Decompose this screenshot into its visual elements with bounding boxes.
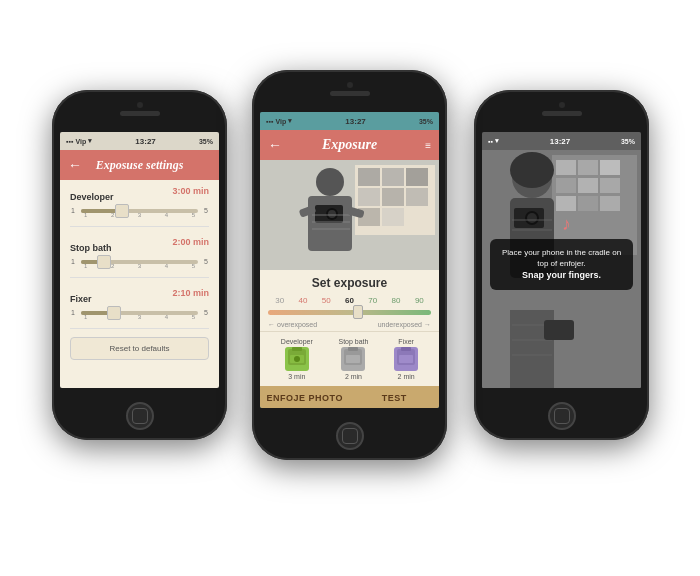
reset-button[interactable]: Reset to defaults xyxy=(70,337,209,360)
exp-30: 30 xyxy=(275,296,284,305)
sn3: 3 xyxy=(138,263,141,269)
exposure-slider-track[interactable] xyxy=(268,310,431,315)
chemical-developer: Developer 3 min xyxy=(281,338,313,380)
battery-right: 35% xyxy=(621,138,635,145)
svg-rect-55 xyxy=(544,320,574,340)
fn3: 3 xyxy=(138,314,141,320)
settings-icon-center[interactable]: ≡ xyxy=(425,140,431,151)
sn1: 1 xyxy=(84,263,87,269)
fx-num1: 1 xyxy=(70,309,76,316)
carrier-center: Vip xyxy=(275,118,286,125)
status-left-left: ▪▪▪ Vip ▾ xyxy=(66,137,92,145)
home-button-left[interactable] xyxy=(126,402,154,430)
chemical-fixer-icon xyxy=(394,347,418,371)
svg-rect-6 xyxy=(382,188,404,206)
screen-center: ▪▪▪ Vip ▾ 13:27 35% ← Exposure ≡ xyxy=(260,112,439,408)
battery-center: 35% xyxy=(419,118,433,125)
svg-point-10 xyxy=(316,168,344,196)
home-button-center[interactable] xyxy=(336,422,364,450)
chemical-stopbath-icon xyxy=(341,347,365,371)
photo-area xyxy=(260,160,439,270)
wifi-right: ▾ xyxy=(495,137,499,145)
developer-track[interactable] xyxy=(81,209,198,213)
fn1: 1 xyxy=(84,314,87,320)
signal-right: ▪▪ xyxy=(488,138,493,145)
status-bar-left: ▪▪▪ Vip ▾ 13:27 35% xyxy=(60,132,219,150)
back-icon-left[interactable]: ← xyxy=(68,157,82,173)
svg-rect-36 xyxy=(578,178,598,193)
stopbath-track[interactable] xyxy=(81,260,198,264)
header-left: ← Exposuse settings xyxy=(60,150,219,180)
home-button-right[interactable] xyxy=(548,402,576,430)
svg-rect-28 xyxy=(401,347,411,351)
tooltip-text: Place your phone in the cradle on top of… xyxy=(500,247,623,269)
exp-50: 50 xyxy=(322,296,331,305)
phone-top-left xyxy=(120,102,160,116)
developer-header: Developer 3:00 min xyxy=(70,186,209,204)
battery-left: 35% xyxy=(199,138,213,145)
stopbath-thumb[interactable] xyxy=(97,255,111,269)
overexposed-label: ← overexposed xyxy=(268,321,317,328)
enfoje-photo-btn[interactable]: ENFOJE PHOTO xyxy=(260,386,350,408)
developer-label: Developer xyxy=(70,192,114,202)
dn5: 5 xyxy=(192,212,195,218)
right-photo-area: ♪ Place your phone in the cradle on top … xyxy=(482,150,641,310)
chemical-developer-time: 3 min xyxy=(288,373,305,380)
phone-center: ▪▪▪ Vip ▾ 13:27 35% ← Exposure ≡ xyxy=(252,70,447,460)
section-developer: Developer 3:00 min 1 5 1 2 3 xyxy=(60,180,219,222)
phone-right: ▪▪ ▾ 13:27 35% xyxy=(474,90,649,440)
photo-svg xyxy=(260,160,439,270)
divider-1 xyxy=(70,226,209,227)
svg-point-46 xyxy=(527,213,537,223)
exp-70: 70 xyxy=(368,296,377,305)
time-center: 13:27 xyxy=(345,117,365,126)
svg-point-14 xyxy=(328,210,336,218)
exposure-thumb[interactable] xyxy=(353,305,363,319)
header-center: ← Exposure ≡ xyxy=(260,130,439,160)
svg-point-42 xyxy=(510,152,554,188)
chemical-stopbath-label: Stop bath xyxy=(338,338,368,345)
svg-rect-3 xyxy=(382,168,404,186)
developer-nums-row: 1 2 3 4 5 xyxy=(70,212,209,218)
svg-rect-35 xyxy=(556,178,576,193)
svg-rect-21 xyxy=(292,347,302,351)
dn2: 2 xyxy=(111,212,114,218)
fixer-label: Fixer xyxy=(70,294,92,304)
developer-thumb[interactable] xyxy=(115,204,129,218)
status-right-right: 35% xyxy=(621,138,635,145)
section-stopbath: Stop bath 2:00 min 1 5 1 2 3 xyxy=(60,231,219,273)
svg-rect-38 xyxy=(556,196,576,211)
title-center: Exposure xyxy=(322,137,377,153)
divider-2 xyxy=(70,277,209,278)
camera-left xyxy=(137,102,143,108)
svg-rect-33 xyxy=(578,160,598,175)
phones-container: ▪▪▪ Vip ▾ 13:27 35% ← Exposuse settings xyxy=(0,0,700,576)
chemical-stopbath-time: 2 min xyxy=(345,373,362,380)
dn4: 4 xyxy=(165,212,168,218)
chemical-fixer: Fixer 2 min xyxy=(394,338,418,380)
chemical-fixer-time: 2 min xyxy=(398,373,415,380)
chemical-developer-label: Developer xyxy=(281,338,313,345)
back-icon-center[interactable]: ← xyxy=(268,137,282,153)
dn3: 3 xyxy=(138,212,141,218)
exp-80: 80 xyxy=(392,296,401,305)
fixer-header: Fixer 2:10 min xyxy=(70,288,209,306)
svg-rect-26 xyxy=(346,355,360,363)
developer-num-1: 1 xyxy=(70,207,76,214)
set-exposure-label: Set exposure xyxy=(260,270,439,294)
fixer-track[interactable] xyxy=(81,311,198,315)
status-bar-right: ▪▪ ▾ 13:27 35% xyxy=(482,132,641,150)
stopbath-header: Stop bath 2:00 min xyxy=(70,237,209,255)
speaker-center xyxy=(330,91,370,96)
chemical-developer-icon xyxy=(285,347,309,371)
time-left: 13:27 xyxy=(135,137,155,146)
sn5: 5 xyxy=(192,263,195,269)
phone-left: ▪▪▪ Vip ▾ 13:27 35% ← Exposuse settings xyxy=(52,90,227,440)
dn1: 1 xyxy=(84,212,87,218)
svg-rect-5 xyxy=(358,188,380,206)
center-footer: ENFOJE PHOTO TEST xyxy=(260,386,439,408)
fixer-thumb[interactable] xyxy=(107,306,121,320)
test-btn[interactable]: TEST xyxy=(350,386,440,408)
status-bar-center: ▪▪▪ Vip ▾ 13:27 35% xyxy=(260,112,439,130)
svg-rect-4 xyxy=(406,168,428,186)
